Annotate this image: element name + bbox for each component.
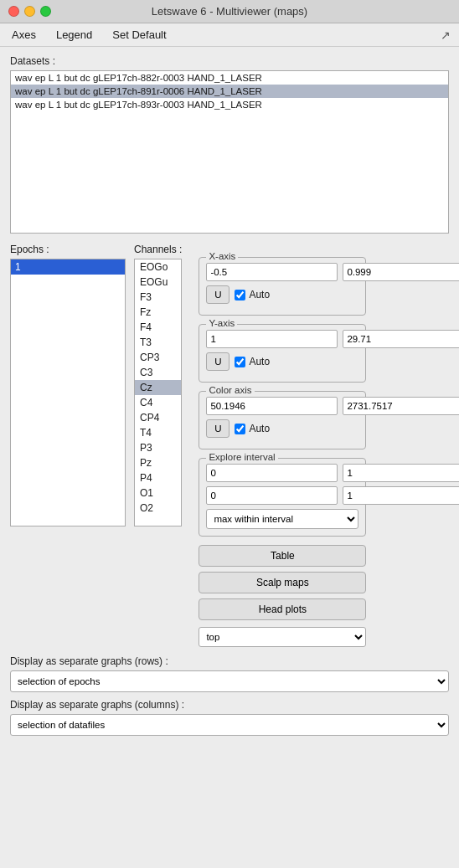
dataset-item-1[interactable]: wav ep L 1 but dc gLEP17ch-891r-0006 HAN… bbox=[11, 85, 448, 98]
title-bar: Letswave 6 - Multiviewer (maps) bbox=[0, 0, 459, 23]
coloraxis-u-button[interactable]: U bbox=[206, 419, 230, 438]
explore-row1-max[interactable] bbox=[343, 464, 459, 482]
channel-Cz[interactable]: Cz bbox=[135, 380, 181, 395]
rows-dropdown[interactable]: selection of epochs selection of channel… bbox=[10, 670, 449, 692]
coloraxis-auto-label: Auto bbox=[235, 423, 270, 434]
coloraxis-row bbox=[206, 397, 358, 415]
yaxis-max-input[interactable] bbox=[343, 330, 459, 348]
coloraxis-group: Color axis U Auto bbox=[199, 391, 366, 449]
xaxis-group: X-axis U Auto bbox=[199, 257, 366, 316]
channel-P4[interactable]: P4 bbox=[135, 470, 181, 485]
channel-O2[interactable]: O2 bbox=[135, 501, 181, 516]
epochs-channels-section: Epochs : 1 Channels : EOGo EOGu F3 Fz F4 bbox=[10, 244, 182, 526]
table-button[interactable]: Table bbox=[199, 545, 366, 567]
explore-group: Explore interval max within interval min… bbox=[199, 458, 366, 537]
epochs-label: Epochs : bbox=[10, 244, 126, 255]
menu-legend[interactable]: Legend bbox=[53, 27, 95, 43]
datasets-list[interactable]: wav ep L 1 but dc gLEP17ch-882r-0003 HAN… bbox=[10, 70, 449, 234]
rows-label: Display as separate graphs (rows) : bbox=[10, 655, 449, 667]
channels-list[interactable]: EOGo EOGu F3 Fz F4 T3 CP3 C3 Cz C4 CP4 T… bbox=[134, 259, 182, 526]
minimize-button[interactable] bbox=[24, 6, 35, 17]
xaxis-label: X-axis bbox=[206, 251, 238, 261]
datasets-section: Datasets : wav ep L 1 but dc gLEP17ch-88… bbox=[10, 55, 449, 234]
channels-col: Channels : EOGo EOGu F3 Fz F4 T3 CP3 C3 … bbox=[134, 244, 182, 526]
coloraxis-label: Color axis bbox=[206, 385, 254, 395]
yaxis-min-input[interactable] bbox=[206, 330, 338, 348]
epoch-item-0[interactable]: 1 bbox=[11, 259, 125, 275]
xaxis-auto-checkbox[interactable] bbox=[235, 290, 245, 300]
channel-T4[interactable]: T4 bbox=[135, 425, 181, 440]
yaxis-row bbox=[206, 330, 358, 348]
channel-F4[interactable]: F4 bbox=[135, 320, 181, 335]
scalp-maps-button[interactable]: Scalp maps bbox=[199, 572, 366, 593]
xaxis-min-input[interactable] bbox=[206, 263, 338, 281]
channel-EOGo[interactable]: EOGo bbox=[135, 259, 181, 275]
cols-section: Display as separate graphs (columns) : s… bbox=[10, 699, 449, 736]
channel-CP4[interactable]: CP4 bbox=[135, 410, 181, 425]
yaxis-auto-checkbox[interactable] bbox=[235, 357, 245, 367]
menu-set-default[interactable]: Set Default bbox=[109, 27, 169, 43]
rows-section: Display as separate graphs (rows) : sele… bbox=[10, 655, 449, 692]
channel-F3[interactable]: F3 bbox=[135, 290, 181, 305]
channel-EOGu[interactable]: EOGu bbox=[135, 275, 181, 290]
epochs-list[interactable]: 1 bbox=[10, 259, 126, 526]
channels-label: Channels : bbox=[134, 244, 182, 255]
maximize-button[interactable] bbox=[40, 6, 51, 17]
yaxis-label: Y-axis bbox=[206, 318, 237, 328]
cols-label: Display as separate graphs (columns) : bbox=[10, 699, 449, 711]
explore-row1 bbox=[206, 464, 358, 482]
coloraxis-max-input[interactable] bbox=[343, 397, 459, 415]
yaxis-u-button[interactable]: U bbox=[206, 352, 230, 371]
yaxis-group: Y-axis U Auto bbox=[199, 324, 366, 383]
xaxis-max-input[interactable] bbox=[343, 263, 459, 281]
head-plots-button[interactable]: Head plots bbox=[199, 598, 366, 620]
menu-axes[interactable]: Axes bbox=[8, 27, 39, 43]
coloraxis-auto-checkbox[interactable] bbox=[235, 424, 245, 434]
channel-P3[interactable]: P3 bbox=[135, 440, 181, 455]
explore-label: Explore interval bbox=[206, 452, 277, 462]
channel-C4[interactable]: C4 bbox=[135, 395, 181, 410]
explore-row2-max[interactable] bbox=[343, 486, 459, 505]
bottom-section: Display as separate graphs (rows) : sele… bbox=[10, 655, 449, 736]
channel-Fz[interactable]: Fz bbox=[135, 305, 181, 320]
channel-CP3[interactable]: CP3 bbox=[135, 350, 181, 365]
head-plots-position-dropdown[interactable]: top bottom left right bbox=[199, 627, 366, 647]
channel-O1[interactable]: O1 bbox=[135, 485, 181, 501]
explore-row2-min[interactable] bbox=[206, 486, 338, 505]
channel-T3[interactable]: T3 bbox=[135, 335, 181, 350]
rows-dropdown-wrapper: selection of epochs selection of channel… bbox=[10, 670, 449, 692]
channel-Pz[interactable]: Pz bbox=[135, 455, 181, 470]
explore-row2 bbox=[206, 486, 358, 505]
explore-row1-min[interactable] bbox=[206, 464, 338, 482]
menubar: Axes Legend Set Default ↗ bbox=[0, 23, 459, 47]
cols-dropdown-wrapper: selection of datafiles selection of epoc… bbox=[10, 714, 449, 736]
menubar-arrow: ↗ bbox=[441, 28, 451, 42]
datasets-label: Datasets : bbox=[10, 55, 449, 67]
xaxis-auto-label: Auto bbox=[235, 289, 270, 300]
xaxis-u-button[interactable]: U bbox=[206, 285, 230, 304]
coloraxis-min-input[interactable] bbox=[206, 397, 338, 415]
close-button[interactable] bbox=[8, 6, 19, 17]
dataset-item-0[interactable]: wav ep L 1 but dc gLEP17ch-882r-0003 HAN… bbox=[11, 71, 448, 85]
epochs-col: Epochs : 1 bbox=[10, 244, 126, 526]
xaxis-row bbox=[206, 263, 358, 281]
window-controls bbox=[8, 6, 51, 17]
dataset-item-2[interactable]: wav ep L 1 but dc gLEP17ch-893r-0003 HAN… bbox=[11, 98, 448, 111]
cols-dropdown[interactable]: selection of datafiles selection of epoc… bbox=[10, 714, 449, 736]
explore-method-dropdown[interactable]: max within interval min within interval … bbox=[206, 509, 358, 529]
channel-C3[interactable]: C3 bbox=[135, 365, 181, 380]
window-title: Letswave 6 - Multiviewer (maps) bbox=[152, 5, 307, 18]
yaxis-auto-label: Auto bbox=[235, 356, 270, 367]
